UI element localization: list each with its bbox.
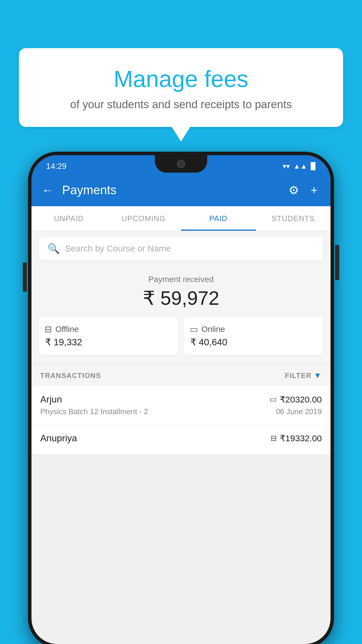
amount-value-2: ₹19332.00 <box>280 433 322 443</box>
online-card-header: ▭ Online <box>190 324 225 334</box>
online-card: ▭ Online ₹ 40,640 <box>184 317 323 355</box>
date-value-1: 06 June 2019 <box>276 407 322 416</box>
offline-amount: ₹ 19,332 <box>45 337 82 348</box>
app-title: Payments <box>62 183 280 197</box>
gear-button[interactable]: ⚙ <box>286 181 302 200</box>
online-amount: ₹ 40,640 <box>190 337 227 348</box>
transaction-bottom-1: Physics Batch 12 Installment - 2 06 June… <box>40 407 322 416</box>
wifi-icon: ▾▾ <box>283 162 290 170</box>
tab-paid[interactable]: PAID <box>181 206 256 231</box>
add-button[interactable]: + <box>308 181 320 200</box>
offline-icon: ⊟ <box>45 324 52 334</box>
status-time: 14:29 <box>46 162 66 171</box>
filter-icon: ▼ <box>314 371 322 380</box>
battery-icon: ▉ <box>311 162 316 170</box>
offline-card-header: ⊟ Offline <box>45 324 79 334</box>
tabs-bar: UNPAID UPCOMING PAID STUDENTS <box>31 206 331 231</box>
filter-button[interactable]: FILTER ▼ <box>285 371 322 380</box>
phone-notch <box>155 155 207 173</box>
student-name-2: Anupriya <box>40 433 77 444</box>
signal-icon: ▲▲ <box>293 162 307 170</box>
back-button[interactable]: ← <box>42 184 53 197</box>
offline-label: Offline <box>55 325 79 334</box>
phone-inner: 14:29 ▾▾ ▲▲ ▉ ← Payments ⚙ + UNPAID UPCO… <box>31 155 331 644</box>
transaction-top-2: Anupriya ⊟ ₹19332.00 <box>40 433 322 444</box>
camera <box>177 160 185 168</box>
status-icons: ▾▾ ▲▲ ▉ <box>283 162 316 170</box>
bubble-title: Manage fees <box>34 66 328 92</box>
tab-unpaid[interactable]: UNPAID <box>31 206 106 231</box>
online-icon: ▭ <box>190 324 198 334</box>
amount-value-1: ₹20320.00 <box>280 394 322 405</box>
payment-label: Payment received <box>39 275 323 284</box>
filter-label: FILTER <box>285 372 312 380</box>
offline-payment-icon-2: ⊟ <box>270 434 277 443</box>
amount-row-1: ▭ ₹20320.00 <box>270 394 322 405</box>
transactions-label: TRANSACTIONS <box>40 372 101 380</box>
offline-card: ⊟ Offline ₹ 19,332 <box>39 317 178 355</box>
search-input[interactable]: Search by Course or Name <box>65 244 171 253</box>
card-payment-icon-1: ▭ <box>270 395 277 404</box>
payment-cards: ⊟ Offline ₹ 19,332 ▭ Online ₹ 40,640 <box>39 317 323 355</box>
search-container: 🔍 Search by Course or Name <box>31 231 331 266</box>
tab-students[interactable]: STUDENTS <box>256 206 331 231</box>
online-label: Online <box>201 325 225 334</box>
payment-total: ₹ 59,972 <box>39 287 323 309</box>
search-icon: 🔍 <box>48 243 60 254</box>
search-bar[interactable]: 🔍 Search by Course or Name <box>39 237 323 260</box>
table-row[interactable]: Arjun ▭ ₹20320.00 Physics Batch 12 Insta… <box>31 386 331 425</box>
phone-outer: 14:29 ▾▾ ▲▲ ▉ ← Payments ⚙ + UNPAID UPCO… <box>28 152 334 644</box>
bubble-subtitle: of your students and send receipts to pa… <box>34 98 328 111</box>
phone-wrapper: 14:29 ▾▾ ▲▲ ▉ ← Payments ⚙ + UNPAID UPCO… <box>28 152 334 644</box>
table-row[interactable]: Anupriya ⊟ ₹19332.00 <box>31 425 331 454</box>
amount-row-2: ⊟ ₹19332.00 <box>270 433 322 443</box>
student-name-1: Arjun <box>40 394 62 405</box>
payment-summary: Payment received ₹ 59,972 ⊟ Offline ₹ 19… <box>31 266 331 362</box>
transactions-header: TRANSACTIONS FILTER ▼ <box>31 365 331 386</box>
speech-bubble: Manage fees of your students and send re… <box>19 48 343 127</box>
course-name-1: Physics Batch 12 Installment - 2 <box>40 407 148 416</box>
tab-upcoming[interactable]: UPCOMING <box>106 206 181 231</box>
transaction-top-1: Arjun ▭ ₹20320.00 <box>40 394 322 405</box>
app-bar: ← Payments ⚙ + <box>31 174 331 206</box>
transaction-list: Arjun ▭ ₹20320.00 Physics Batch 12 Insta… <box>31 386 331 454</box>
